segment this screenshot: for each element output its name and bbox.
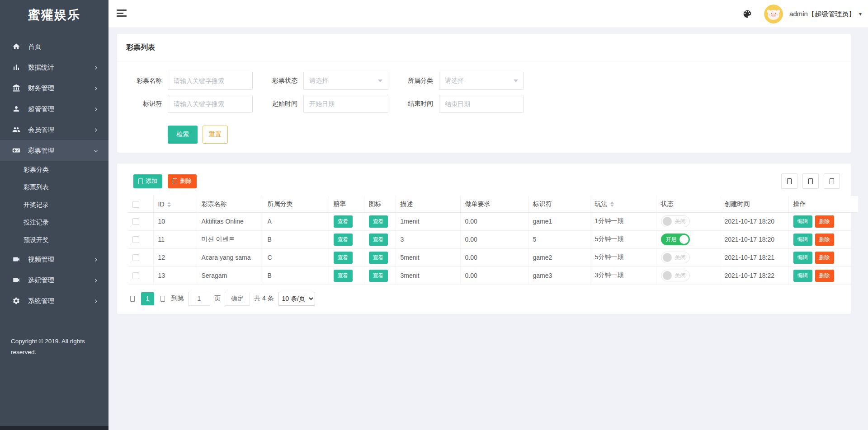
status-toggle[interactable]: 关闭 [661, 215, 690, 227]
col-name: 彩票名称 [197, 196, 263, 212]
cell-category: B [263, 230, 329, 248]
submenu-item-bet-records[interactable]: 投注记录 [0, 214, 108, 231]
view-odds-button[interactable]: 查看 [334, 270, 353, 282]
cell-identifier: 5 [528, 230, 590, 248]
submenu-item-preset-draw[interactable]: 预设开奖 [0, 231, 108, 249]
sidebar-item-label: 系统管理 [28, 297, 93, 305]
sidebar-item-home[interactable]: 首页 [0, 36, 108, 57]
cell-req: 0.00 [460, 266, 528, 285]
table-tool-button-2[interactable] [802, 173, 819, 189]
chevron-right-icon [93, 65, 99, 70]
row-checkbox[interactable] [132, 218, 139, 225]
table-tool-button-1[interactable] [781, 173, 797, 189]
theme-palette-icon[interactable] [741, 7, 754, 21]
cell-id: 12 [153, 248, 197, 266]
add-button-label: 添加 [146, 177, 157, 185]
status-toggle[interactable]: 关闭 [661, 270, 690, 281]
end-date-input[interactable] [439, 95, 524, 113]
edit-button[interactable]: 编辑 [793, 234, 812, 246]
row-checkbox[interactable] [132, 236, 139, 243]
submenu-label: 投注记录 [24, 219, 49, 227]
category-select[interactable]: 请选择 [439, 72, 524, 90]
submenu-label: 彩票列表 [24, 183, 49, 192]
view-odds-button[interactable]: 查看 [334, 252, 353, 264]
submenu-label: 预设开奖 [24, 236, 49, 244]
submenu-item-lottery-list[interactable]: 彩票列表 [0, 178, 108, 196]
start-date-input[interactable] [303, 95, 388, 113]
submenu-item-draw-records[interactable]: 开奖记录 [0, 196, 108, 214]
video-camera-icon [12, 276, 21, 284]
row-checkbox[interactable] [132, 254, 139, 261]
table-tool-button-3[interactable] [824, 173, 840, 189]
view-odds-button[interactable]: 查看 [334, 234, 353, 246]
toggle-label: 开启 [666, 236, 677, 243]
goto-page-input[interactable] [188, 292, 210, 306]
bank-icon [12, 84, 21, 92]
row-checkbox[interactable] [132, 272, 139, 279]
reset-button[interactable]: 重置 [203, 126, 228, 144]
edit-button[interactable]: 编辑 [793, 252, 812, 264]
category-label: 所属分类 [388, 77, 439, 85]
select-all-checkbox[interactable] [132, 201, 139, 208]
identifier-input[interactable] [168, 95, 253, 113]
view-icon-button[interactable]: 查看 [369, 252, 388, 264]
cell-id: 13 [153, 266, 197, 285]
per-page-select[interactable]: 10 条/页 [278, 292, 315, 306]
view-icon-button[interactable]: 查看 [369, 234, 388, 246]
sidebar-item-concubine[interactable]: 选妃管理 [0, 270, 108, 290]
sidebar-item-lottery[interactable]: 彩票管理 [0, 140, 108, 161]
submenu-item-lottery-category[interactable]: 彩票分类 [0, 161, 108, 178]
row-delete-button[interactable]: 删除 [815, 215, 834, 228]
sidebar-item-video[interactable]: 视频管理 [0, 249, 108, 270]
sort-play-icon[interactable] [610, 201, 614, 207]
edit-button[interactable]: 编辑 [793, 215, 812, 228]
delete-button[interactable]: 删除 [168, 174, 197, 188]
next-page-icon[interactable] [158, 296, 167, 302]
cell-id: 11 [153, 230, 197, 248]
lottery-name-input[interactable] [168, 72, 253, 90]
sidebar-item-statistics[interactable]: 数据统计 [0, 57, 108, 78]
row-delete-button[interactable]: 删除 [815, 252, 834, 264]
sidebar-item-label: 选妃管理 [28, 276, 93, 285]
cell-play: 1分钟一期 [590, 212, 656, 230]
total-count: 共 4 条 [254, 294, 274, 303]
goto-label: 到第 [171, 294, 184, 303]
page-1-button[interactable]: 1 [141, 292, 154, 305]
cell-name: 미션 이벤트 [197, 230, 263, 248]
table-row: 11 미션 이벤트 B 查看 查看 3 0.00 5 5分钟一期 开启 2021… [128, 230, 858, 248]
submenu-label: 开奖记录 [24, 201, 49, 209]
chevron-right-icon [93, 127, 99, 132]
menu-toggle-icon[interactable] [117, 9, 127, 19]
search-button[interactable]: 检索 [168, 126, 198, 144]
row-delete-button[interactable]: 删除 [815, 234, 834, 246]
cell-identifier: game3 [528, 266, 590, 285]
confirm-page-button[interactable]: 确定 [225, 292, 250, 306]
avatar[interactable] [764, 5, 783, 23]
topbar: admin【超级管理员】 ▾ [108, 0, 868, 28]
sidebar-item-finance[interactable]: 财务管理 [0, 78, 108, 98]
view-icon-button[interactable]: 查看 [369, 270, 388, 282]
cell-req: 0.00 [460, 212, 528, 230]
col-created: 创建时间 [720, 196, 788, 212]
cell-category: B [263, 266, 329, 285]
user-caret-icon[interactable]: ▾ [859, 11, 862, 17]
view-odds-button[interactable]: 查看 [334, 215, 353, 228]
toggle-label: 关闭 [675, 272, 686, 280]
toggle-knob [663, 271, 672, 280]
sidebar-item-system[interactable]: 系统管理 [0, 290, 108, 311]
prev-page-icon[interactable] [128, 296, 137, 302]
add-button[interactable]: 添加 [133, 174, 162, 188]
sidebar-item-members[interactable]: 会员管理 [0, 119, 108, 140]
chart-icon [12, 63, 21, 71]
status-toggle[interactable]: 开启 [661, 234, 690, 245]
view-icon-button[interactable]: 查看 [369, 215, 388, 228]
row-delete-button[interactable]: 删除 [815, 270, 834, 282]
status-toggle[interactable]: 关闭 [661, 252, 690, 263]
edit-button[interactable]: 编辑 [793, 270, 812, 282]
user-menu[interactable]: admin【超级管理员】 [789, 10, 855, 19]
sort-id-icon[interactable] [167, 202, 171, 207]
lottery-status-select[interactable]: 请选择 [303, 72, 388, 90]
sidebar-item-superadmin[interactable]: 超管管理 [0, 98, 108, 119]
cell-req: 0.00 [460, 230, 528, 248]
cell-name: Aktifitas Online [197, 212, 263, 230]
